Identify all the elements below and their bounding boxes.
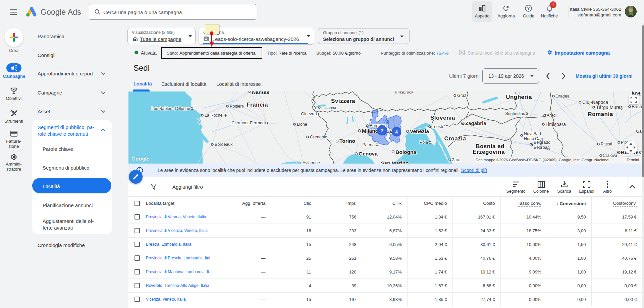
svg-text:4: 4 [395, 129, 398, 135]
svg-text:Svizzera: Svizzera [331, 98, 355, 104]
svg-text:Trieste: Trieste [432, 124, 444, 129]
svg-text:Bacău: Bacău [632, 104, 642, 109]
svg-text:Pitești: Pitești [601, 142, 612, 146]
svg-text:·: · [623, 158, 624, 162]
svg-text:Belgrado: Belgrado [534, 140, 550, 145]
svg-text:Bologna: Bologna [395, 149, 416, 155]
svg-text:Iasi: Iasi [632, 91, 640, 96]
svg-text:Arad: Arad [547, 113, 555, 118]
svg-text:Oradea: Oradea [555, 94, 570, 99]
svg-text:Grenoble: Grenoble [310, 135, 327, 139]
svg-text:Gal: Gal [636, 129, 642, 134]
svg-text:Torino: Torino [339, 138, 355, 144]
svg-text:Clermont-Ferrand: Clermont-Ferrand [231, 121, 265, 125]
svg-text:?: ? [527, 6, 530, 11]
svg-text:Ungheria: Ungheria [506, 94, 532, 100]
svg-text:Ginevra: Ginevra [301, 112, 316, 116]
svg-text:Poitiers: Poitiers [230, 104, 244, 109]
svg-text:San Marino: San Marino [381, 160, 409, 164]
svg-text:Google: Google [131, 156, 149, 162]
svg-text:Parma: Parma [362, 142, 375, 147]
svg-text:Dati mappa ©2026 GeoBasis-DE/B: Dati mappa ©2026 GeoBasis-DE/BKG (©2009)… [476, 158, 609, 162]
svg-text:Francia: Francia [247, 102, 268, 108]
svg-text:Târgu Mureș: Târgu Mureș [596, 105, 623, 110]
svg-text:Romania: Romania [588, 111, 613, 117]
svg-text:Lione: Lione [297, 122, 307, 127]
svg-text:Zara: Zara [452, 158, 461, 162]
svg-text:Milano: Milano [362, 128, 378, 134]
svg-text:Seghedino: Seghedino [505, 111, 525, 116]
svg-text:Erzegovina: Erzegovina [473, 149, 505, 155]
svg-text:Les Sables-d'Olonne: Les Sables-d'Olonne [151, 106, 190, 111]
svg-text:Croazia: Croazia [444, 135, 466, 142]
svg-text:Novi Sad: Novi Sad [524, 131, 541, 136]
svg-text:La Rochelle: La Rochelle [205, 113, 227, 118]
svg-text:Graz: Graz [457, 93, 466, 98]
svg-text:Termini: Termini [627, 158, 639, 162]
svg-text:Genova: Genova [359, 151, 378, 157]
svg-text:7: 7 [381, 128, 383, 133]
svg-text:Zagabria: Zagabria [465, 120, 486, 126]
svg-text:Nantes: Nantes [252, 91, 269, 95]
svg-text:Slovenia: Slovenia [430, 115, 455, 121]
svg-text:Craiova: Craiova [603, 153, 617, 158]
svg-text:oAvignone: oAvignone [300, 161, 320, 164]
svg-text:Losanna: Losanna [321, 106, 336, 110]
svg-text:Venezia: Venezia [410, 128, 429, 134]
svg-text:Timișoara: Timișoara [545, 122, 566, 127]
svg-text:Cluj-Napoca: Cluj-Napoca [582, 100, 608, 105]
svg-text:Pola: Pola [420, 140, 428, 145]
svg-text:Београд: Београд [534, 145, 550, 150]
svg-text:Innsbruck: Innsbruck [395, 91, 414, 95]
svg-text:Bordeaux: Bordeaux [215, 142, 233, 147]
